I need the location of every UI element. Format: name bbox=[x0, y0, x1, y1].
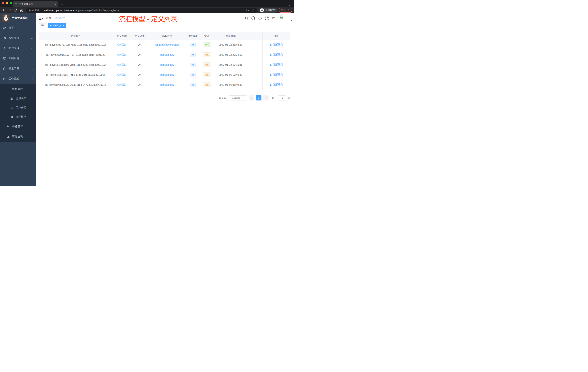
avatar-dropdown-caret-icon[interactable] bbox=[290, 20, 292, 21]
assign-rule-button[interactable]: 分配规则 bbox=[269, 73, 283, 76]
assign-rule-button[interactable]: 分配规则 bbox=[269, 83, 283, 86]
favicon-seedling-icon bbox=[15, 3, 17, 6]
sidebar-item-process-management[interactable]: 流程管理 bbox=[0, 84, 36, 94]
window-controls[interactable] bbox=[2, 2, 12, 4]
new-tab-button[interactable]: + bbox=[61, 2, 63, 6]
page-number-button[interactable]: 1 bbox=[256, 95, 262, 100]
chevron-down-icon bbox=[242, 97, 244, 98]
sidebar-logo-row[interactable]: 芋道管理系统 bbox=[0, 13, 36, 23]
form-icon bbox=[10, 97, 13, 100]
reload-icon[interactable] bbox=[13, 8, 18, 12]
sidebar-item-process-form[interactable]: 流程表单 bbox=[0, 94, 36, 103]
font-size-icon[interactable]: TT bbox=[272, 16, 275, 20]
help-icon[interactable]: ? bbox=[258, 16, 262, 20]
sidebar-item-task-management[interactable]: 任务管理 bbox=[0, 121, 36, 131]
status-badge[interactable]: 挂起 bbox=[203, 52, 211, 57]
sidebar-item-system[interactable]: 系统管理 bbox=[0, 33, 36, 43]
user-icon bbox=[269, 64, 272, 66]
chevron-up-icon bbox=[31, 78, 33, 80]
security-label[interactable]: 不安全 bbox=[32, 9, 39, 12]
table-header-row: 定义编号 定义名称 定义分类 表单信息 流程版本 状态 部署时间 操作 bbox=[39, 33, 290, 40]
browser-tab[interactable]: 芋道管理系统 ✕ bbox=[13, 1, 58, 7]
user-icon bbox=[269, 74, 272, 76]
assign-rule-button[interactable]: 分配规则 bbox=[269, 43, 283, 46]
definition-name-link[interactable]: OA 请假 bbox=[117, 43, 126, 46]
active-tag-dot bbox=[50, 25, 52, 26]
chevron-down-icon bbox=[31, 58, 33, 60]
version-badge[interactable]: v4 bbox=[190, 53, 196, 57]
search-icon[interactable] bbox=[244, 16, 249, 20]
next-page-button[interactable] bbox=[263, 95, 269, 100]
cell-id: oa_leave:4:991f2193-7b7f-11ec-a3c8-acde4… bbox=[39, 50, 112, 60]
goto-page-input[interactable] bbox=[278, 95, 286, 100]
forward-icon[interactable] bbox=[8, 8, 12, 12]
password-key-icon[interactable] bbox=[246, 9, 249, 12]
tag-home[interactable]: 首页 bbox=[39, 23, 47, 28]
workflow-submenu: 流程管理 流程表单 用户分组 bbox=[0, 84, 36, 142]
assign-rule-button[interactable]: 分配规则 bbox=[269, 63, 283, 66]
col-spacer bbox=[247, 33, 262, 40]
definition-name-link[interactable]: OA 请假 bbox=[117, 53, 126, 56]
fullscreen-icon[interactable] bbox=[265, 16, 269, 20]
security-warning-icon[interactable] bbox=[28, 9, 31, 12]
sidebar-collapse-icon[interactable] bbox=[39, 16, 43, 20]
table-row: oa_leave:3:1fad3d93-7b75-11ec-a3c8-acde4… bbox=[39, 60, 290, 70]
version-badge[interactable]: v5 bbox=[190, 43, 196, 47]
status-badge[interactable]: 挂起 bbox=[203, 72, 211, 77]
update-button[interactable]: 更新 ⋮ bbox=[279, 8, 292, 13]
tab-title: 芋道管理系统 bbox=[19, 2, 54, 6]
status-badge[interactable]: 挂起 bbox=[203, 82, 211, 87]
page-size-select[interactable]: 10条/页 bbox=[229, 95, 247, 100]
tag-process-definition[interactable]: 流程定义 ✕ bbox=[48, 23, 66, 28]
incognito-label: 无痕模式 bbox=[265, 9, 275, 12]
task-tree-icon bbox=[7, 125, 10, 128]
status-badge[interactable]: 激活 bbox=[203, 42, 211, 47]
address-separator bbox=[41, 9, 41, 11]
col-form-info: 表单信息 bbox=[147, 33, 186, 40]
version-badge[interactable]: v1 bbox=[190, 83, 196, 87]
sidebar-item-workflow[interactable]: 工作流程 bbox=[0, 74, 36, 84]
sidebar-item-leave-query[interactable]: 请假查询 bbox=[0, 131, 36, 142]
user-avatar[interactable] bbox=[279, 14, 287, 22]
back-icon[interactable] bbox=[2, 8, 7, 12]
sidebar-item-payment[interactable]: ¥ 支付管理 bbox=[0, 43, 36, 53]
tab-close-icon[interactable]: ✕ bbox=[54, 3, 56, 6]
sidebar-item-devtools[interactable]: 研发工具 bbox=[0, 64, 36, 74]
form-link[interactable]: /bpm/oa/flow bbox=[160, 53, 174, 56]
cell-id: oa_leave:1:482ec033-762a-11ec-8477-a2380… bbox=[39, 80, 112, 90]
form-link[interactable]: /bpm/oa/flow bbox=[160, 83, 174, 86]
sidebar-item-user-group[interactable]: 用户分组 bbox=[0, 103, 36, 112]
minimize-window-button[interactable] bbox=[6, 2, 8, 4]
browser-menu-kebab-icon[interactable]: ⋮ bbox=[287, 9, 290, 12]
form-link[interactable]: /bpm/oa/leave/create bbox=[155, 43, 179, 46]
close-window-button[interactable] bbox=[2, 2, 4, 4]
version-badge[interactable]: v3 bbox=[190, 63, 196, 67]
github-icon[interactable] bbox=[251, 16, 255, 20]
version-badge[interactable]: v2 bbox=[190, 73, 196, 77]
prev-page-button[interactable] bbox=[249, 95, 254, 100]
definition-name-link[interactable]: OA 请假 bbox=[117, 83, 126, 86]
url-text[interactable]: dashboard.yudao.iocoder.cn/bpm/manager/d… bbox=[43, 9, 244, 12]
form-link[interactable]: /bpm/oa/flow bbox=[160, 73, 174, 76]
zoom-window-button[interactable] bbox=[10, 2, 12, 4]
status-badge[interactable]: 挂起 bbox=[203, 62, 211, 67]
yen-icon: ¥ bbox=[3, 47, 6, 50]
list-icon bbox=[7, 88, 10, 90]
definition-name-link[interactable]: OA 请假 bbox=[117, 63, 126, 66]
sidebar-item-process-model[interactable]: 流程模型 bbox=[0, 112, 36, 121]
bookmark-star-icon[interactable] bbox=[252, 9, 255, 12]
definition-name-link[interactable]: OA 请假 bbox=[117, 73, 126, 76]
gear-icon bbox=[3, 37, 6, 40]
tab-search-chevron-icon[interactable] bbox=[289, 3, 290, 6]
assign-rule-button[interactable]: 分配规则 bbox=[269, 53, 283, 56]
address-bar[interactable]: 不安全 dashboard.yudao.iocoder.cn/bpm/manag… bbox=[26, 8, 257, 12]
home-icon[interactable] bbox=[19, 8, 24, 12]
browser-toolbar: 不安全 dashboard.yudao.iocoder.cn/bpm/manag… bbox=[0, 7, 294, 13]
chevron-up-icon bbox=[31, 88, 33, 90]
user-icon bbox=[269, 54, 272, 56]
sidebar-item-home[interactable]: 首页 bbox=[0, 23, 36, 33]
tag-close-icon[interactable]: ✕ bbox=[63, 24, 64, 27]
form-link[interactable]: /bpm/oa/flow bbox=[160, 63, 174, 66]
breadcrumb-home[interactable]: 首页 bbox=[46, 17, 51, 20]
sidebar-item-infrastructure[interactable]: 基础设施 bbox=[0, 53, 36, 64]
